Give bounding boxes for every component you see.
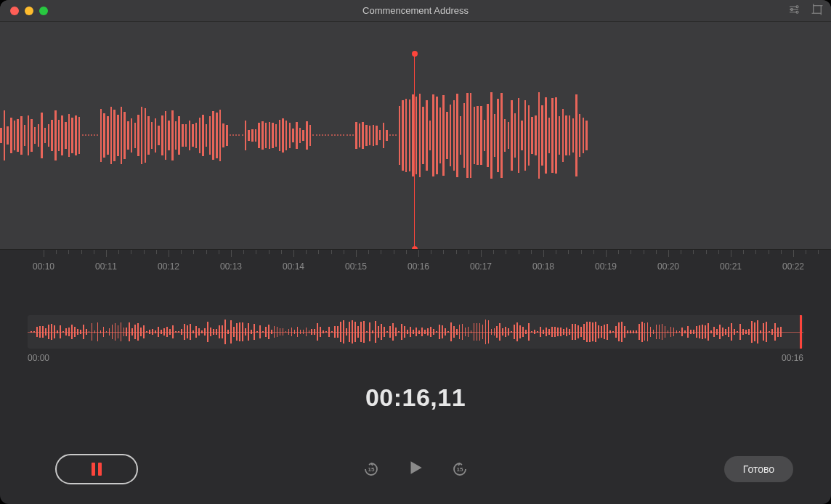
svg-point-0 xyxy=(796,5,798,7)
playhead[interactable] xyxy=(414,54,415,249)
play-button[interactable] xyxy=(406,458,425,480)
titlebar: Commencement Address xyxy=(0,0,831,22)
overview-end-time: 00:16 xyxy=(782,353,803,363)
ruler-label: 00:21 xyxy=(720,261,742,272)
ruler-label: 00:16 xyxy=(408,261,429,272)
ruler-label: 00:17 xyxy=(470,261,492,272)
skip-back-button[interactable]: 15 xyxy=(362,460,380,478)
zoom-window-button[interactable] xyxy=(39,7,48,15)
window-controls xyxy=(0,7,48,15)
skip-fwd-seconds: 15 xyxy=(457,466,463,473)
close-window-button[interactable] xyxy=(10,7,19,15)
svg-rect-3 xyxy=(814,5,822,13)
ruler-label: 00:22 xyxy=(782,261,804,272)
overview-time-range: 00:00 00:16 xyxy=(28,353,803,363)
ruler-label: 00:11 xyxy=(95,261,117,272)
ruler-label: 00:15 xyxy=(345,261,367,272)
time-ruler[interactable]: 00:1000:1100:1200:1300:1400:1500:1600:17… xyxy=(0,250,831,285)
done-button[interactable]: Готово xyxy=(724,456,793,482)
ruler-label: 00:19 xyxy=(595,261,617,272)
svg-point-2 xyxy=(796,11,798,13)
window-title: Commencement Address xyxy=(0,5,831,16)
ruler-label: 00:10 xyxy=(33,261,54,272)
ruler-label: 00:14 xyxy=(283,261,304,272)
minimize-window-button[interactable] xyxy=(25,7,33,15)
current-time-display: 00:16,11 xyxy=(0,383,831,412)
waveform-bars xyxy=(0,92,588,179)
ruler-label: 00:18 xyxy=(532,261,554,272)
waveform-overview[interactable] xyxy=(28,315,803,349)
ruler-label: 00:12 xyxy=(158,261,179,272)
waveform-detail[interactable] xyxy=(0,22,831,250)
voice-memo-window: Commencement Address 00:1000:1100:1200:1… xyxy=(0,0,831,504)
skip-forward-button[interactable]: 15 xyxy=(451,460,469,478)
skip-back-seconds: 15 xyxy=(368,466,375,473)
settings-icon[interactable] xyxy=(787,3,800,19)
pause-record-button[interactable] xyxy=(55,454,138,484)
playback-controls: 15 15 Готово xyxy=(0,452,831,487)
ruler-label: 00:13 xyxy=(220,261,242,272)
trim-icon[interactable] xyxy=(811,3,824,19)
ruler-label: 00:20 xyxy=(657,261,679,272)
overview-start-time: 00:00 xyxy=(28,353,49,363)
overview-playhead[interactable] xyxy=(800,315,802,349)
